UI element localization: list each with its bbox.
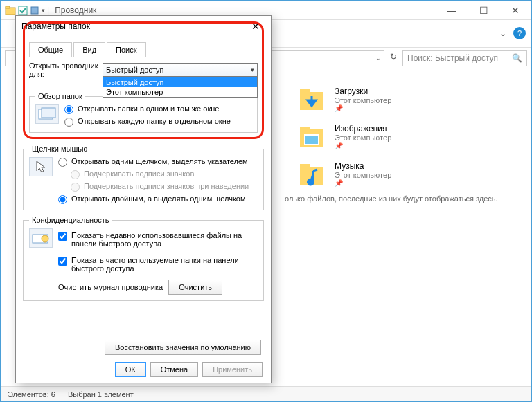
search-icon[interactable]: 🔍 bbox=[512, 53, 522, 63]
browse-folders-group: Обзор папок Открывать папки в одном и то… bbox=[29, 92, 258, 133]
ribbon-expand-icon[interactable]: ⌄ bbox=[499, 28, 506, 38]
minimize-button[interactable]: — bbox=[436, 1, 468, 20]
dialog-close-button[interactable]: ✕ bbox=[246, 21, 265, 32]
svg-rect-1 bbox=[6, 6, 10, 8]
tab-general[interactable]: Общие bbox=[29, 42, 72, 57]
open-for-label: Открыть проводник для: bbox=[29, 62, 98, 78]
svg-rect-2 bbox=[19, 6, 27, 15]
folder-options-dialog: Параметры папок ✕ Общие Вид Поиск Открыт… bbox=[15, 15, 272, 383]
help-icon[interactable]: ? bbox=[513, 27, 526, 39]
pin-icon: 📌 bbox=[335, 142, 391, 149]
check-frequent-folders[interactable]: Показать часто используемые папки на пан… bbox=[58, 256, 258, 273]
privacy-icon bbox=[29, 228, 53, 248]
status-count: Элементов: 6 bbox=[8, 390, 55, 399]
item-sub: Этот компьютер bbox=[335, 171, 391, 179]
privacy-legend: Конфиденциальность bbox=[29, 216, 112, 224]
dialog-title: Параметры папок bbox=[21, 21, 246, 31]
restore-defaults-button[interactable]: Восстановить значения по умолчанию bbox=[105, 340, 261, 355]
highlight-annotation: Общие Вид Поиск Открыть проводник для: Б… bbox=[23, 21, 264, 139]
svg-rect-5 bbox=[300, 89, 310, 93]
clear-button[interactable]: Очистить bbox=[168, 280, 222, 295]
clear-label: Очистить журнал проводника bbox=[58, 283, 163, 291]
ok-button[interactable]: ОК bbox=[115, 362, 146, 377]
radio-same-window[interactable]: Открывать папки в одном и том же окне bbox=[64, 104, 231, 114]
radio-underline-hover: Подчеркивать подписи значков при наведен… bbox=[58, 182, 249, 192]
status-bar: Элементов: 6 Выбран 1 элемент bbox=[1, 386, 531, 401]
list-item[interactable]: Изображения Этот компьютер 📌 bbox=[292, 118, 531, 155]
radio-separate-window[interactable]: Открывать каждую папку в отдельном окне bbox=[64, 117, 231, 127]
radio-double-click[interactable]: Открывать двойным, а выделять одним щелч… bbox=[58, 194, 249, 204]
qat-check-icon[interactable] bbox=[18, 6, 28, 15]
combo-option[interactable]: Быстрый доступ bbox=[103, 77, 257, 87]
qat-props-icon[interactable] bbox=[30, 6, 39, 15]
radio-single-click[interactable]: Открывать одним щелчком, выделять указат… bbox=[58, 157, 249, 167]
maximize-button[interactable]: ☐ bbox=[468, 1, 499, 20]
downloads-folder-icon bbox=[297, 84, 326, 113]
apply-button[interactable]: Применить bbox=[202, 362, 263, 377]
list-item[interactable]: Музыка Этот компьютер 📌 bbox=[292, 155, 531, 192]
browse-legend: Обзор папок bbox=[35, 92, 85, 100]
svg-rect-8 bbox=[305, 135, 319, 145]
music-folder-icon bbox=[297, 159, 326, 188]
svg-rect-10 bbox=[300, 164, 310, 168]
pin-icon: 📌 bbox=[335, 104, 391, 112]
status-selection: Выбран 1 элемент bbox=[68, 390, 134, 399]
search-input[interactable]: Поиск: Быстрый доступ 🔍 bbox=[402, 50, 527, 66]
svg-rect-12 bbox=[42, 108, 55, 118]
privacy-group: Конфиденциальность Показать недавно испо… bbox=[23, 216, 264, 301]
pictures-folder-icon bbox=[297, 122, 326, 151]
qat-dropdown-icon[interactable]: ▾ bbox=[42, 7, 45, 14]
svg-point-14 bbox=[42, 235, 48, 242]
svg-rect-7 bbox=[300, 127, 310, 131]
close-button[interactable]: ✕ bbox=[499, 1, 531, 20]
browse-icon bbox=[35, 104, 59, 124]
combo-dropdown: Быстрый доступ Этот компьютер bbox=[103, 77, 258, 98]
item-name: Изображения bbox=[335, 124, 391, 134]
search-placeholder: Поиск: Быстрый доступ bbox=[407, 53, 498, 63]
open-for-combo[interactable]: Быстрый доступ ▾ Быстрый доступ Этот ком… bbox=[103, 63, 258, 77]
cursor-icon bbox=[29, 157, 53, 176]
combo-value: Быстрый доступ bbox=[106, 66, 164, 74]
svg-rect-3 bbox=[31, 7, 38, 14]
item-name: Музыка bbox=[335, 161, 391, 171]
explorer-app-icon bbox=[5, 5, 16, 16]
radio-underline-always: Подчеркивать подписи значков bbox=[58, 170, 249, 179]
item-sub: Этот компьютер bbox=[335, 134, 391, 142]
refresh-icon[interactable]: ↻ bbox=[387, 52, 400, 64]
window-title: Проводник bbox=[55, 6, 96, 15]
click-legend: Щелчки мышью bbox=[29, 145, 90, 153]
combo-option[interactable]: Этот компьютер bbox=[103, 87, 257, 97]
addr-dropdown-icon[interactable]: ⌄ bbox=[375, 55, 381, 62]
pin-icon: 📌 bbox=[335, 179, 391, 187]
tab-view[interactable]: Вид bbox=[73, 42, 105, 57]
chevron-down-icon: ▾ bbox=[251, 66, 254, 73]
item-name: Загрузки bbox=[335, 86, 391, 96]
content-hint-text: олько файлов, последние из них будут ото… bbox=[285, 194, 517, 203]
tab-search[interactable]: Поиск bbox=[107, 42, 145, 57]
click-behavior-group: Щелчки мышью Открывать одним щелчком, вы… bbox=[23, 145, 264, 210]
check-recent-files[interactable]: Показать недавно использовавшиеся файлы … bbox=[58, 231, 258, 248]
list-item[interactable]: Загрузки Этот компьютер 📌 bbox=[292, 80, 531, 118]
cancel-button[interactable]: Отмена bbox=[150, 362, 198, 377]
item-sub: Этот компьютер bbox=[335, 96, 391, 104]
